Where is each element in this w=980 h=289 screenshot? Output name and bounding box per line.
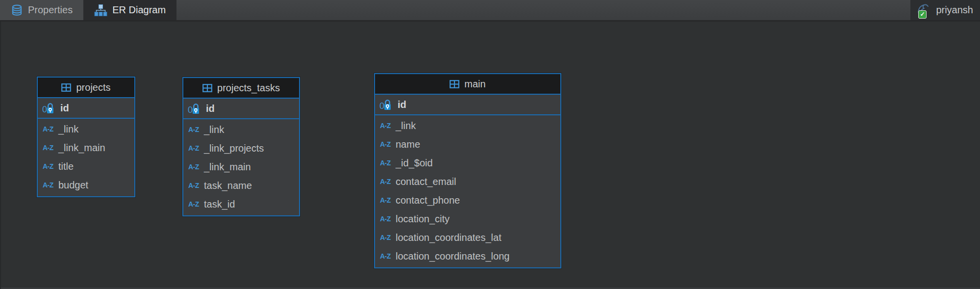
a-z-text-icon: A-Z (188, 144, 204, 152)
columns-list: A-Z_linkA-ZnameA-Z_id_$oidA-Zcontact_ema… (375, 115, 560, 267)
column-name: budget (58, 180, 88, 191)
column-name: title (58, 161, 74, 172)
column-row[interactable]: A-Z_link_main (183, 158, 299, 176)
column-row[interactable]: A-Zlocation_coordinates_lat (375, 228, 560, 247)
a-z-text-icon: A-Z (43, 162, 58, 170)
column-name: contact_email (396, 176, 456, 187)
table-icon (202, 84, 212, 92)
column-row[interactable]: A-Zlocation_city (375, 210, 560, 228)
column-name: name (396, 139, 420, 150)
a-z-text-icon: A-Z (380, 159, 396, 167)
entity-title: projects (76, 82, 110, 93)
column-row[interactable]: A-Z_link (183, 120, 299, 139)
column-row[interactable]: A-Ztask_id (183, 195, 299, 213)
column-row[interactable]: A-Zlocation_coordinates_long (375, 247, 560, 265)
column-name: task_id (204, 199, 235, 210)
table-icon (450, 80, 459, 88)
tab-er-diagram[interactable]: ER Diagram (83, 0, 176, 20)
connection-user-chip[interactable]: ✓ priyansh (910, 0, 980, 20)
a-z-text-icon: A-Z (188, 126, 204, 133)
column-row[interactable]: A-Zcontact_phone (375, 191, 560, 210)
a-z-text-icon: A-Z (380, 196, 396, 204)
tab-bar-spacer (176, 0, 910, 20)
entity-header[interactable]: main (375, 74, 560, 95)
pk-column-name: id (60, 103, 69, 114)
diagram-canvas[interactable]: projects 0 id A-Z_linkA-Z_link_mainA-Zti… (0, 22, 980, 289)
column-row[interactable]: A-Zname (375, 135, 560, 154)
database-icon (11, 4, 23, 17)
column-name: task_name (204, 180, 252, 191)
entity-title: projects_tasks (217, 82, 280, 94)
a-z-text-icon: A-Z (43, 144, 58, 152)
columns-list: A-Z_linkA-Z_link_projectsA-Z_link_mainA-… (183, 119, 299, 215)
column-name: _link (58, 124, 78, 135)
er-diagram-icon (94, 4, 107, 17)
a-z-text-icon: A-Z (380, 252, 396, 260)
column-name: _link_projects (204, 143, 264, 154)
column-row[interactable]: A-Ztitle (38, 157, 134, 176)
username-label: priyansh (936, 4, 973, 16)
column-name: _id_$oid (396, 158, 433, 169)
tab-properties[interactable]: Properties (0, 0, 83, 20)
primary-key-row[interactable]: 0 id (38, 98, 134, 119)
column-name: _link_main (204, 161, 251, 173)
column-row[interactable]: A-Z_id_$oid (375, 154, 560, 172)
column-name: location_coordinates_long (396, 251, 509, 262)
pk-column-name: id (398, 99, 406, 110)
a-z-text-icon: A-Z (380, 234, 396, 241)
table-icon (61, 83, 71, 92)
column-name: _link (204, 124, 224, 135)
green-check-icon: ✓ (918, 10, 927, 19)
editor-tab-bar: Properties ER Diagram (0, 0, 980, 22)
a-z-text-icon: A-Z (380, 140, 396, 148)
tab-label: Properties (28, 4, 73, 16)
primary-key-row[interactable]: 0 id (183, 99, 299, 119)
entity-header[interactable]: projects (38, 78, 134, 98)
column-name: location_city (396, 213, 450, 225)
column-name: _link_main (58, 142, 105, 154)
entity-main[interactable]: main 0 id A-Z_linkA-ZnameA-Z_id_$oidA-Zc… (374, 73, 561, 268)
pk-column-name: id (206, 103, 215, 114)
column-row[interactable]: A-Zcontact_email (375, 172, 560, 191)
entity-projects[interactable]: projects 0 id A-Z_linkA-Z_link_mainA-Zti… (37, 77, 135, 197)
entity-header[interactable]: projects_tasks (183, 78, 299, 99)
a-z-text-icon: A-Z (188, 163, 204, 171)
column-name: contact_phone (396, 195, 460, 206)
a-z-text-icon: A-Z (380, 215, 396, 223)
primary-key-lock-icon: 0 (42, 103, 56, 114)
tab-label: ER Diagram (112, 4, 166, 16)
a-z-text-icon: A-Z (380, 178, 396, 185)
column-row[interactable]: A-Z_link (375, 116, 560, 135)
column-name: _link (396, 120, 416, 131)
a-z-text-icon: A-Z (188, 182, 204, 189)
a-z-text-icon: A-Z (43, 181, 58, 189)
column-row[interactable]: A-Z_link_main (38, 138, 134, 157)
column-name: location_coordinates_lat (396, 232, 502, 243)
primary-key-lock-icon: 0 (379, 99, 393, 110)
mysql-dolphin-icon: ✓ (915, 2, 932, 19)
column-row[interactable]: A-Zbudget (38, 176, 134, 194)
primary-key-lock-icon: 0 (188, 103, 201, 114)
er-diagram-window: Properties ER Diagram (0, 0, 980, 289)
column-row[interactable]: A-Ztask_name (183, 176, 299, 195)
primary-key-row[interactable]: 0 id (375, 95, 560, 115)
entity-projects-tasks[interactable]: projects_tasks 0 id A-Z_linkA-Z_link_pro… (182, 77, 300, 216)
column-row[interactable]: A-Z_link (38, 120, 134, 138)
columns-list: A-Z_linkA-Z_link_mainA-ZtitleA-Zbudget (38, 119, 134, 196)
a-z-text-icon: A-Z (380, 122, 396, 130)
a-z-text-icon: A-Z (188, 200, 204, 208)
column-row[interactable]: A-Z_link_projects (183, 139, 299, 158)
entity-title: main (464, 79, 485, 90)
a-z-text-icon: A-Z (43, 125, 58, 133)
